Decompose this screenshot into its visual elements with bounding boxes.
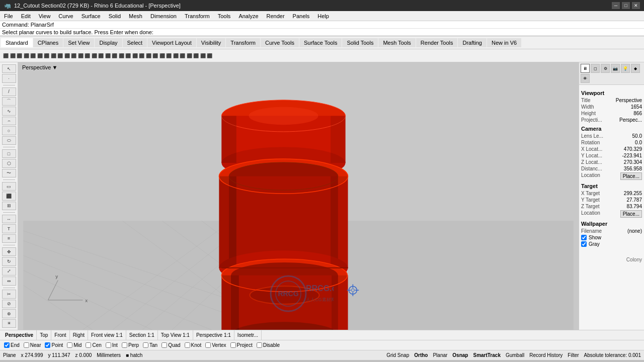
ortho-toggle[interactable]: Ortho [414, 352, 428, 358]
solid-tool[interactable]: ⬛ [2, 192, 16, 200]
circle-tool[interactable]: ○ [2, 126, 16, 135]
point-tool[interactable]: · [2, 74, 16, 82]
gray-checkbox[interactable] [581, 241, 587, 247]
snap-quad[interactable]: Quad [159, 342, 182, 348]
join-tool[interactable]: ⊕ [2, 309, 16, 318]
osnap-toggle[interactable]: Osnap [452, 352, 468, 358]
move-tool[interactable]: ✥ [2, 247, 16, 256]
viewport-tab-perspective[interactable]: Perspective [2, 330, 37, 340]
snap-checkbox-disable[interactable] [257, 342, 262, 348]
toolbar-tab-select[interactable]: Select [123, 38, 147, 47]
snap-checkbox-end[interactable] [4, 342, 10, 348]
toolbar-tab-surface-tools[interactable]: Surface Tools [299, 38, 342, 47]
mirror-tool[interactable]: ⇔ [2, 277, 16, 285]
polyline-tool[interactable]: ⌒ [2, 97, 16, 106]
scale-tool[interactable]: ⤢ [2, 267, 16, 276]
snap-checkbox-vertex[interactable] [205, 342, 211, 348]
menu-item-view[interactable]: View [35, 12, 55, 20]
rp-icon-render[interactable]: ◻ [591, 64, 600, 73]
snap-near[interactable]: Near [22, 342, 43, 348]
toolbar-tab-transform[interactable]: Transform [226, 38, 260, 47]
toolbar-tab-visibility[interactable]: Visibility [197, 38, 226, 47]
menu-item-curve[interactable]: Curve [54, 12, 77, 20]
snap-checkbox-project[interactable] [230, 342, 236, 348]
snap-tan[interactable]: Tan [141, 342, 159, 348]
snap-checkbox-cen[interactable] [86, 342, 91, 348]
menu-item-help[interactable]: Help [313, 12, 333, 20]
rectangle-tool[interactable]: □ [2, 149, 16, 158]
rp-icon-material[interactable]: ◆ [631, 64, 640, 73]
menu-item-panels[interactable]: Panels [289, 12, 314, 20]
snap-project[interactable]: Project [228, 342, 255, 348]
ellipse-tool[interactable]: ⬭ [2, 136, 16, 145]
viewport-perspective[interactable]: Perspective ▼ [18, 62, 579, 330]
viewport-tab-right[interactable]: Right [70, 330, 88, 340]
select-tool[interactable]: ↖ [2, 64, 16, 73]
menu-item-surface[interactable]: Surface [77, 12, 105, 20]
toolbar-tab-cplanes[interactable]: CPlanes [33, 38, 63, 47]
rotate-tool[interactable]: ↻ [2, 257, 16, 265]
mesh-tool[interactable]: ⊞ [2, 202, 16, 210]
snap-vertex[interactable]: Vertex [203, 342, 228, 348]
arc-tool[interactable]: ⌢ [2, 117, 16, 125]
split-tool[interactable]: ⊘ [2, 300, 16, 308]
snap-checkbox-quad[interactable] [162, 342, 167, 348]
toolbar-tab-new-in-v6[interactable]: New in V6 [487, 38, 521, 47]
toolbar-tab-standard[interactable]: Standard [1, 38, 33, 47]
rp-icon-view2[interactable]: 👁 [581, 74, 590, 83]
snap-checkbox-point[interactable] [45, 342, 50, 348]
trim-tool[interactable]: ✂ [2, 290, 16, 298]
viewport-tab-front-view-1:1[interactable]: Front view 1:1 [88, 330, 126, 340]
snap-knot[interactable]: Knot [183, 342, 204, 348]
snap-checkbox-mid[interactable] [67, 342, 72, 348]
menu-item-mesh[interactable]: Mesh [125, 12, 146, 20]
toolbar-tab-set-view[interactable]: Set View [63, 38, 94, 47]
close-button[interactable]: ✕ [632, 2, 640, 9]
viewport-dropdown-icon[interactable]: ▼ [52, 64, 57, 70]
record-history-toggle[interactable]: Record History [529, 352, 562, 358]
show-checkbox[interactable] [581, 235, 587, 240]
curve-tool[interactable]: ∿ [2, 107, 16, 115]
hatch-tool[interactable]: ≡ [2, 234, 16, 243]
minimize-button[interactable]: ─ [612, 2, 620, 9]
menu-item-file[interactable]: File [0, 12, 17, 20]
toolbar-tab-solid-tools[interactable]: Solid Tools [342, 38, 378, 47]
rp-icon-light[interactable]: 💡 [621, 64, 630, 73]
menu-item-edit[interactable]: Edit [17, 12, 35, 20]
target-location-btn[interactable]: Place... [620, 210, 642, 218]
rp-icon-camera[interactable]: 📷 [611, 64, 620, 73]
toolbar-tab-mesh-tools[interactable]: Mesh Tools [378, 38, 415, 47]
snap-mid[interactable]: Mid [65, 342, 84, 348]
viewport-tab-section-1:1[interactable]: Section 1:1 [126, 330, 158, 340]
command-input[interactable] [153, 29, 642, 35]
smarttrack-toggle[interactable]: SmartTrack [473, 352, 500, 358]
snap-checkbox-knot[interactable] [185, 342, 190, 348]
snap-checkbox-near[interactable] [24, 342, 29, 348]
snap-end[interactable]: End [2, 342, 22, 348]
viewport-tab-top[interactable]: Top [37, 330, 51, 340]
snap-perp[interactable]: Perp [120, 342, 141, 348]
viewport-tab-front[interactable]: Front [51, 330, 69, 340]
toolbar-tab-viewport-layout[interactable]: Viewport Layout [147, 38, 196, 47]
toolbar-tab-render-tools[interactable]: Render Tools [416, 38, 458, 47]
grid-snap-toggle[interactable]: Grid Snap [386, 352, 409, 358]
menu-item-solid[interactable]: Solid [105, 12, 125, 20]
planar-toggle[interactable]: Planar [433, 352, 447, 358]
toolbar-tab-display[interactable]: Display [95, 38, 122, 47]
viewport-label[interactable]: Perspective ▼ [22, 64, 57, 70]
gumball-toggle[interactable]: Gumball [506, 352, 524, 358]
text-tool[interactable]: T [2, 224, 16, 233]
explode-tool[interactable]: ☀ [2, 319, 16, 328]
restore-button[interactable]: □ [622, 2, 630, 9]
viewport-tab-isometr...[interactable]: Isometr... [234, 330, 262, 340]
line-tool[interactable]: / [2, 87, 16, 96]
snap-int[interactable]: Int [104, 342, 120, 348]
dim-tool[interactable]: ↔ [2, 215, 16, 223]
toolbar-tab-drafting[interactable]: Drafting [458, 38, 487, 47]
freeform-tool[interactable]: 〜 [2, 169, 16, 177]
snap-disable[interactable]: Disable [255, 342, 282, 348]
menu-item-transform[interactable]: Transform [181, 12, 214, 20]
snap-cen[interactable]: Cen [84, 342, 103, 348]
toolbar-tab-curve-tools[interactable]: Curve Tools [261, 38, 299, 47]
snap-checkbox-tan[interactable] [143, 342, 148, 348]
